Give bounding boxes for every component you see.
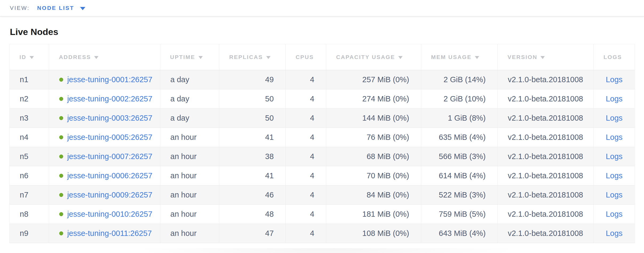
uptime-cell: a day xyxy=(160,89,220,108)
node-status-dot-icon xyxy=(59,97,63,101)
column-header-cpus: CPUS xyxy=(286,44,326,70)
node-address-cell: jesse-tuning-0009:26257 xyxy=(49,185,160,204)
page-title: Live Nodes xyxy=(10,27,644,37)
mem-usage-cell: 2 GiB (14%) xyxy=(421,70,498,89)
replicas-cell: 41 xyxy=(219,166,286,185)
node-address-link[interactable]: jesse-tuning-0001:26257 xyxy=(67,75,152,84)
node-address-link[interactable]: jesse-tuning-0006:26257 xyxy=(67,171,152,180)
column-header-version[interactable]: VERSION xyxy=(498,44,594,70)
node-address-link[interactable]: jesse-tuning-0007:26257 xyxy=(67,152,152,161)
logs-cell: Logs xyxy=(594,224,635,243)
capacity-usage-cell: 84 MiB (0%) xyxy=(326,185,421,204)
node-address-link[interactable]: jesse-tuning-0009:26257 xyxy=(67,191,152,199)
column-header-address[interactable]: ADDRESS xyxy=(49,44,160,70)
column-header-mem-usage[interactable]: MEM USAGE xyxy=(421,44,498,70)
node-address-cell: jesse-tuning-0006:26257 xyxy=(49,166,160,185)
logs-cell: Logs xyxy=(594,89,635,108)
logs-link[interactable]: Logs xyxy=(606,94,623,103)
table-row: n9 jesse-tuning-0011:26257 an hour 47 4 … xyxy=(10,224,635,243)
column-header-logs: LOGS xyxy=(594,44,635,70)
mem-usage-cell: 566 MiB (3%) xyxy=(421,147,498,166)
uptime-cell: a day xyxy=(160,109,220,128)
node-address-link[interactable]: jesse-tuning-0011:26257 xyxy=(67,229,152,238)
node-status-dot-icon xyxy=(59,155,63,159)
node-id-cell: n5 xyxy=(10,147,49,166)
table-row: n8 jesse-tuning-0010:26257 an hour 48 4 … xyxy=(10,205,635,224)
capacity-usage-cell: 181 MiB (0%) xyxy=(326,205,421,224)
capacity-usage-cell: 108 MiB (0%) xyxy=(326,224,421,243)
logs-cell: Logs xyxy=(594,205,635,224)
version-cell: v2.1.0-beta.20181008 xyxy=(498,147,594,166)
logs-link[interactable]: Logs xyxy=(606,75,623,84)
node-address-link[interactable]: jesse-tuning-0003:26257 xyxy=(67,114,152,122)
table-row: n3 jesse-tuning-0003:26257 a day 50 4 14… xyxy=(10,109,635,128)
cpus-cell: 4 xyxy=(286,128,326,147)
node-address-cell: jesse-tuning-0010:26257 xyxy=(49,205,160,224)
node-id-cell: n9 xyxy=(10,224,49,243)
table-row: n5 jesse-tuning-0007:26257 an hour 38 4 … xyxy=(10,147,635,166)
logs-link[interactable]: Logs xyxy=(606,152,623,161)
logs-link[interactable]: Logs xyxy=(606,171,623,180)
node-id-cell: n3 xyxy=(10,109,49,128)
version-cell: v2.1.0-beta.20181008 xyxy=(498,128,594,147)
replicas-cell: 48 xyxy=(219,205,286,224)
node-status-dot-icon xyxy=(59,78,63,82)
replicas-cell: 50 xyxy=(219,89,286,108)
cpus-cell: 4 xyxy=(286,166,326,185)
mem-usage-cell: 2 GiB (10%) xyxy=(421,89,498,108)
capacity-usage-cell: 144 MiB (0%) xyxy=(326,109,421,128)
node-id-cell: n1 xyxy=(10,70,49,89)
logs-link[interactable]: Logs xyxy=(606,229,623,238)
column-header-capacity-usage[interactable]: CAPACITY USAGE xyxy=(326,44,421,70)
logs-link[interactable]: Logs xyxy=(606,114,623,122)
column-header-uptime[interactable]: UPTIME xyxy=(160,44,220,70)
node-address-cell: jesse-tuning-0002:26257 xyxy=(49,89,160,108)
sort-down-icon xyxy=(266,56,271,59)
logs-cell: Logs xyxy=(594,128,635,147)
node-address-link[interactable]: jesse-tuning-0010:26257 xyxy=(67,210,152,219)
cpus-cell: 4 xyxy=(286,89,326,108)
mem-usage-cell: 643 MiB (4%) xyxy=(421,224,498,243)
view-selector-dropdown[interactable]: NODE LIST xyxy=(37,5,85,11)
capacity-usage-cell: 70 MiB (0%) xyxy=(326,166,421,185)
uptime-cell: a day xyxy=(160,70,220,89)
table-row: n7 jesse-tuning-0009:26257 an hour 46 4 … xyxy=(10,185,635,205)
cpus-cell: 4 xyxy=(286,147,326,166)
replicas-cell: 46 xyxy=(219,185,286,204)
node-status-dot-icon xyxy=(59,135,63,139)
version-cell: v2.1.0-beta.20181008 xyxy=(498,70,594,89)
node-address-cell: jesse-tuning-0003:26257 xyxy=(49,109,160,128)
node-address-link[interactable]: jesse-tuning-0002:26257 xyxy=(67,94,152,103)
node-address-cell: jesse-tuning-0001:26257 xyxy=(49,70,160,89)
node-address-link[interactable]: jesse-tuning-0005:26257 xyxy=(67,133,152,142)
cpus-cell: 4 xyxy=(286,224,326,243)
column-header-replicas[interactable]: REPLICAS xyxy=(219,44,286,70)
logs-link[interactable]: Logs xyxy=(606,210,623,219)
mem-usage-cell: 614 MiB (4%) xyxy=(421,166,498,185)
mem-usage-cell: 759 MiB (5%) xyxy=(421,205,498,224)
chevron-down-icon xyxy=(80,7,85,10)
mem-usage-cell: 635 MiB (4%) xyxy=(421,128,498,147)
version-cell: v2.1.0-beta.20181008 xyxy=(498,109,594,128)
logs-cell: Logs xyxy=(594,109,635,128)
node-status-dot-icon xyxy=(59,116,63,120)
uptime-cell: an hour xyxy=(160,166,220,185)
uptime-cell: an hour xyxy=(160,147,220,166)
node-address-cell: jesse-tuning-0005:26257 xyxy=(49,128,160,147)
node-id-cell: n4 xyxy=(10,128,49,147)
mem-usage-cell: 522 MiB (3%) xyxy=(421,185,498,204)
replicas-cell: 41 xyxy=(219,128,286,147)
sort-down-icon xyxy=(30,56,34,59)
logs-link[interactable]: Logs xyxy=(606,133,623,142)
cpus-cell: 4 xyxy=(286,205,326,224)
logs-cell: Logs xyxy=(594,70,635,89)
logs-link[interactable]: Logs xyxy=(606,191,623,199)
capacity-usage-cell: 76 MiB (0%) xyxy=(326,128,421,147)
cpus-cell: 4 xyxy=(286,109,326,128)
replicas-cell: 49 xyxy=(219,70,286,89)
logs-cell: Logs xyxy=(594,166,635,185)
node-status-dot-icon xyxy=(59,212,63,216)
logs-cell: Logs xyxy=(594,147,635,166)
column-header-id[interactable]: ID xyxy=(10,44,49,70)
node-id-cell: n7 xyxy=(10,185,49,204)
